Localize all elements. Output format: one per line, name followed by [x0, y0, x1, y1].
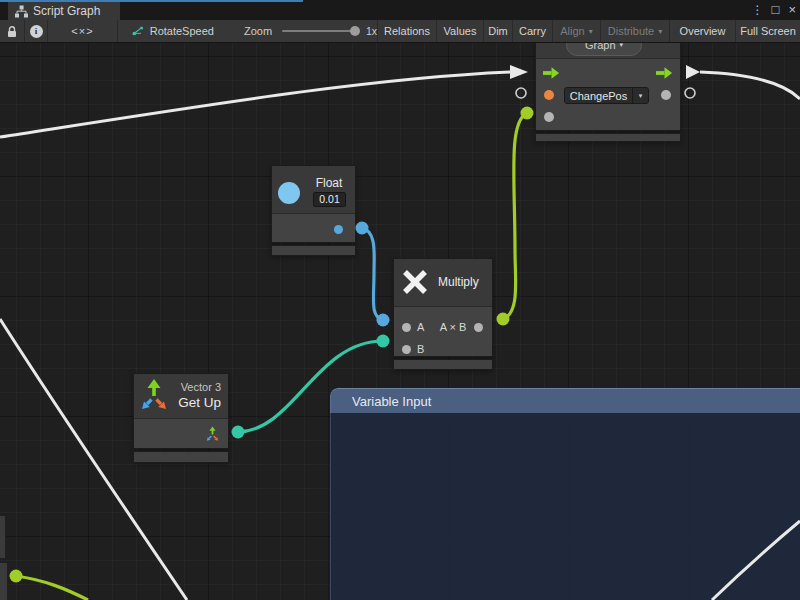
close-icon[interactable]: × — [788, 0, 796, 20]
wire-flow-out[interactable] — [700, 72, 800, 99]
lock-icon — [6, 25, 18, 38]
graph-toolbar: i <×> RotateSpeed Zoom 1x Relations Valu… — [0, 20, 800, 43]
offscreen-node-edge[interactable] — [0, 562, 8, 600]
dim-button[interactable]: Dim — [484, 20, 513, 42]
code-port-icon: <×> — [71, 25, 93, 37]
wire-flow-in[interactable] — [0, 72, 510, 137]
tab-label: Script Graph — [33, 4, 100, 18]
node-footer — [535, 133, 681, 142]
node-footer — [271, 245, 356, 256]
wire-lime-bottom-left[interactable] — [16, 576, 88, 600]
window-controls: ⋮ □ × — [752, 0, 796, 20]
flow-arrow-in[interactable] — [510, 65, 528, 79]
wire-knob-blue[interactable] — [377, 314, 390, 327]
changepos-value: ChangePos — [565, 88, 632, 103]
graph-dropdown[interactable]: Graph ▾ — [566, 43, 642, 56]
wire-knob-lime[interactable] — [10, 570, 23, 583]
wire-knob-lime[interactable] — [497, 313, 510, 326]
multiply-title: Multiply — [438, 259, 479, 306]
wire-knob-teal[interactable] — [377, 335, 390, 348]
group-body — [330, 413, 800, 600]
changepos-dropdown[interactable]: ChangePos ▾ — [564, 87, 649, 104]
lock-button[interactable] — [0, 20, 25, 42]
graph-node-header[interactable]: <> Graph ▾ — [536, 43, 680, 58]
multiply-b-port[interactable] — [402, 345, 411, 354]
carry-button[interactable]: Carry — [513, 20, 553, 42]
macro-name[interactable]: RotateSpeed — [150, 25, 214, 37]
multiply-b-label: B — [417, 339, 424, 359]
node-vector3-get-up[interactable]: Vector 3 Get Up — [133, 373, 229, 463]
node-footer — [393, 359, 493, 370]
float-title: Float — [308, 176, 350, 190]
chevron-down-icon: ▾ — [620, 43, 624, 49]
wire-knob-blue[interactable] — [356, 222, 369, 235]
float-out-port[interactable] — [334, 225, 343, 234]
zoom-value: 1x — [366, 25, 377, 37]
node-float[interactable]: Float 0.01 — [271, 165, 356, 256]
float-type-icon — [278, 182, 300, 204]
multiply-result-label: A × B — [436, 317, 470, 337]
group-variable-input: Variable Input — [330, 388, 800, 600]
vector3-type-label: Vector 3 — [178, 381, 221, 394]
vector3-title: Get Up — [178, 394, 221, 411]
wire-knob-lime[interactable] — [521, 107, 534, 120]
value-in-port[interactable] — [544, 112, 554, 122]
values-button[interactable]: Values — [437, 20, 484, 42]
wire-float-to-multiply-a[interactable] — [362, 228, 383, 320]
chevron-down-icon: ▾ — [632, 88, 648, 103]
multiply-result-port[interactable] — [474, 323, 483, 332]
chevron-down-icon: ▾ — [589, 27, 593, 36]
info-icon: i — [30, 25, 43, 38]
graph-breadcrumb-zoom: RotateSpeed Zoom 1x — [118, 20, 378, 42]
vector3-labels: Vector 3 Get Up — [178, 381, 221, 411]
wire-knob-teal[interactable] — [232, 426, 245, 439]
multiply-a-label: A — [417, 317, 424, 337]
tab-script-graph[interactable]: Script Graph — [8, 2, 120, 20]
multiply-icon — [402, 269, 428, 295]
flow-arrow-out[interactable] — [686, 65, 700, 79]
relations-button[interactable]: Relations — [378, 20, 437, 42]
window-menu-icon[interactable]: ⋮ — [752, 0, 763, 20]
node-multiply[interactable]: Multiply A A × B B — [393, 258, 493, 370]
script-graph-icon — [15, 5, 28, 18]
vector3-out-port[interactable] — [205, 426, 220, 443]
macro-graph-icon — [132, 25, 144, 37]
tab-bar: Script Graph ⋮ □ × — [0, 0, 800, 20]
wire-multiply-to-graph[interactable] — [503, 113, 527, 319]
multiply-a-port[interactable] — [402, 323, 411, 332]
align-button[interactable]: Align▾ — [553, 20, 601, 42]
node-graph-unit[interactable]: <> Graph ▾ ChangePos ▾ — [535, 43, 681, 142]
unconnected-port-ring[interactable] — [516, 88, 526, 98]
unconnected-port-ring[interactable] — [685, 88, 695, 98]
node-footer — [133, 451, 229, 463]
zoom-slider[interactable] — [282, 30, 354, 32]
value-out-port[interactable] — [661, 90, 671, 100]
maximize-icon[interactable]: □ — [772, 0, 780, 20]
group-title: Variable Input — [352, 394, 431, 409]
group-header[interactable]: Variable Input — [330, 388, 800, 413]
flow-out-port[interactable] — [656, 66, 673, 80]
code-preview-button[interactable]: <×> — [48, 20, 118, 42]
graph-angle-icon: <> — [547, 43, 559, 47]
offscreen-node-edge[interactable] — [0, 515, 6, 559]
inspect-button[interactable]: i — [25, 20, 48, 42]
distribute-button[interactable]: Distribute▾ — [601, 20, 670, 42]
chevron-down-icon: ▾ — [658, 27, 662, 36]
graph-canvas[interactable]: Variable Input <> Graph ▾ — [0, 43, 800, 600]
float-value-input[interactable]: 0.01 — [313, 192, 346, 207]
overview-button[interactable]: Overview — [670, 20, 736, 42]
full-screen-button[interactable]: Full Screen — [736, 20, 800, 42]
zoom-slider-knob[interactable] — [350, 26, 360, 36]
flow-in-port[interactable] — [543, 66, 560, 80]
vector3-icon — [139, 378, 169, 414]
value-in-port-orange[interactable] — [544, 90, 554, 100]
zoom-label: Zoom — [244, 25, 272, 37]
